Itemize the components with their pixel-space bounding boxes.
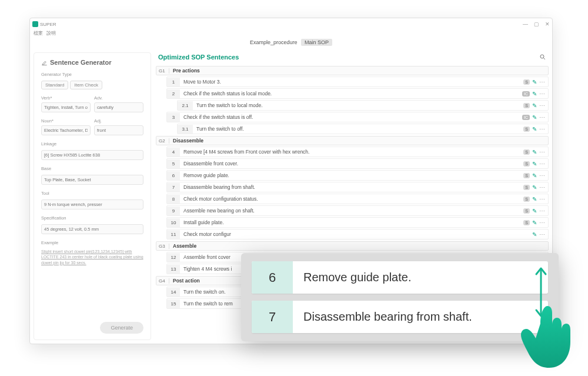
more-icon[interactable]: ⋯	[539, 91, 546, 97]
edit-icon	[41, 59, 48, 66]
window-minimize-button[interactable]: —	[523, 21, 528, 27]
adj-label: Adj.	[94, 118, 143, 124]
more-icon[interactable]: ⋯	[539, 184, 546, 191]
zoom-callout: 6 Remove guide plate. 7 Disassemble bear…	[241, 253, 559, 341]
step-number: 6	[167, 171, 180, 180]
edit-icon[interactable]: ✎	[532, 208, 537, 214]
step-text: Disassemble bearing from shaft.	[180, 182, 521, 192]
edit-icon[interactable]: ✎	[532, 79, 537, 85]
sentence-badge: S	[523, 103, 530, 108]
step-number: 10	[167, 218, 180, 227]
edit-icon[interactable]: ✎	[532, 114, 537, 121]
svg-point-1	[540, 55, 544, 58]
edit-icon[interactable]: ✎	[532, 91, 537, 97]
step-text: Turn the switch to local mode.	[193, 101, 521, 110]
more-icon[interactable]: ⋯	[539, 79, 546, 85]
sentence-badge: S	[523, 161, 530, 167]
sop-row[interactable]: 9Assemble new bearing on shaft.S✎⋯	[166, 205, 549, 216]
breadcrumb-chip[interactable]: Main SOP	[301, 39, 332, 46]
callout-row-6[interactable]: 6 Remove guide plate.	[252, 261, 548, 294]
callout-row-7[interactable]: 7 Disassemble bearing from shaft.	[252, 301, 548, 333]
more-icon[interactable]: ⋯	[539, 172, 546, 179]
base-input[interactable]	[41, 175, 143, 185]
step-number: 2.1	[178, 101, 193, 110]
step-text: Turn the switch to off.	[193, 124, 521, 134]
sentence-badge: S	[523, 185, 530, 190]
edit-icon[interactable]: ✎	[532, 149, 537, 155]
more-icon[interactable]: ⋯	[539, 231, 546, 238]
menu-help[interactable]: 說明	[46, 30, 56, 38]
noun-input[interactable]	[41, 125, 91, 135]
linkage-input[interactable]	[41, 150, 143, 160]
more-icon[interactable]: ⋯	[539, 102, 546, 109]
sop-row[interactable]: 3Check if the switch status is off.IC✎⋯	[166, 112, 549, 122]
edit-icon[interactable]: ✎	[532, 231, 537, 238]
generate-button[interactable]: Generate	[100, 322, 143, 334]
tool-input[interactable]	[41, 199, 143, 209]
edit-icon[interactable]: ✎	[532, 184, 537, 191]
sop-row[interactable]: 8Check motor configuration status.S✎⋯	[166, 194, 549, 204]
step-text: Check if the switch status is local mode…	[180, 89, 520, 98]
step-number: 4	[167, 148, 180, 157]
edit-icon[interactable]: ✎	[532, 102, 537, 109]
step-number: 12	[167, 253, 180, 262]
group-code: G2	[159, 138, 169, 144]
window-maximize-button[interactable]: ▢	[534, 21, 539, 27]
sop-row[interactable]: 5Disassemble front cover.S✎⋯	[166, 158, 549, 169]
panel-title: Sentence Generator	[50, 59, 112, 66]
sentence-generator-panel: Sentence Generator Generator Type Standa…	[34, 52, 151, 340]
sop-row[interactable]: 2.1Turn the switch to local mode.S✎⋯	[177, 100, 549, 111]
step-number: 5	[167, 159, 180, 168]
group-code: G1	[159, 68, 169, 74]
step-text: Install guide plate.	[180, 218, 521, 227]
more-icon[interactable]: ⋯	[539, 114, 546, 121]
sop-row[interactable]: 3.1Turn the switch to off.S✎⋯	[177, 124, 549, 134]
sop-row[interactable]: 2Check if the switch status is local mod…	[166, 88, 549, 99]
breadcrumb-path[interactable]: Example_procedure	[250, 39, 298, 45]
sop-row[interactable]: 11Check motor configur✎⋯	[166, 229, 549, 239]
verb-input[interactable]	[41, 102, 91, 112]
sop-row[interactable]: 7Disassemble bearing from shaft.S✎⋯	[166, 182, 549, 192]
group-title: Pre actions	[173, 68, 200, 74]
edit-icon[interactable]: ✎	[532, 196, 537, 202]
sop-row[interactable]: 10Install guide plate.S✎⋯	[166, 217, 549, 228]
edit-icon[interactable]: ✎	[532, 219, 537, 226]
search-icon[interactable]	[539, 54, 546, 61]
step-number: 14	[167, 288, 180, 297]
group-header[interactable]: G2Disassemble	[156, 136, 549, 145]
step-text: Check motor configuration status.	[180, 194, 521, 204]
menu-file[interactable]: 檔案	[34, 30, 43, 38]
adv-input[interactable]	[94, 102, 143, 112]
edit-icon[interactable]: ✎	[532, 161, 537, 167]
edit-icon[interactable]: ✎	[532, 126, 537, 132]
more-icon[interactable]: ⋯	[539, 161, 546, 167]
group-header[interactable]: G3Assemble	[156, 241, 549, 251]
sop-row[interactable]: 1Move to Motor 3.S✎⋯	[166, 76, 549, 87]
more-icon[interactable]: ⋯	[539, 219, 546, 226]
sop-row[interactable]: 6Remove guide plate.S✎⋯	[166, 170, 549, 181]
sentence-badge: S	[523, 127, 530, 132]
itemcheck-badge: IC	[522, 115, 530, 120]
group-code: G3	[159, 244, 169, 249]
verb-label: Verb*	[41, 95, 91, 101]
step-number: 11	[167, 230, 180, 239]
spec-input[interactable]	[41, 224, 143, 234]
sop-row[interactable]: 4Remove [4 M4 screws from Front cover wi…	[166, 147, 549, 157]
step-text: Check if the switch status is off.	[180, 112, 520, 122]
more-icon[interactable]: ⋯	[539, 126, 546, 132]
group-title: Assemble	[173, 243, 196, 249]
more-icon[interactable]: ⋯	[539, 208, 546, 214]
adj-input[interactable]	[94, 125, 143, 135]
edit-icon[interactable]: ✎	[532, 172, 537, 179]
gentype-itemcheck-button[interactable]: Item Check	[70, 81, 102, 89]
gentype-standard-button[interactable]: Standard	[41, 81, 68, 89]
breadcrumb: Example_procedure Main SOP	[30, 38, 552, 49]
step-number: 1	[167, 78, 180, 86]
step-text: Assemble new bearing on shaft.	[180, 206, 521, 215]
window-close-button[interactable]: ✕	[545, 21, 550, 27]
more-icon[interactable]: ⋯	[539, 149, 546, 155]
group-header[interactable]: G1Pre actions	[156, 66, 549, 75]
step-number: 15	[167, 300, 180, 308]
more-icon[interactable]: ⋯	[539, 196, 546, 202]
base-label: Base	[41, 166, 143, 171]
